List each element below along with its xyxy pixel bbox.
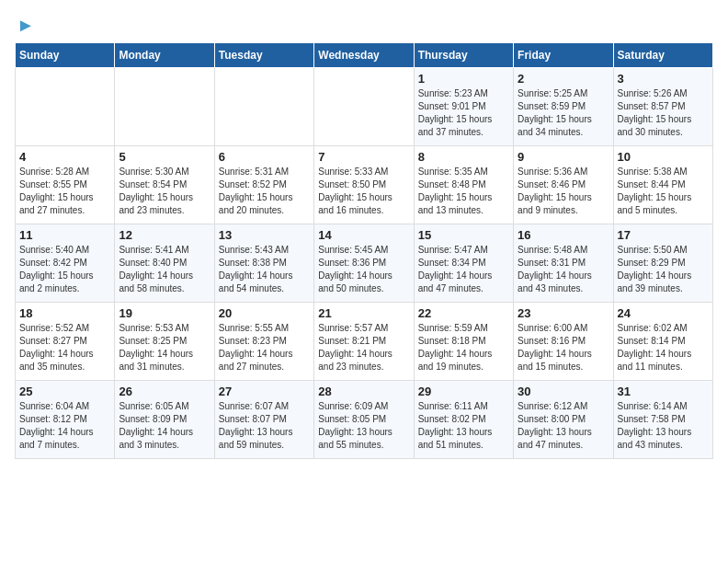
day-info: Sunrise: 6:07 AMSunset: 8:07 PMDaylight:…	[219, 400, 310, 452]
weekday-header-saturday: Saturday	[613, 43, 712, 68]
day-number: 29	[418, 385, 509, 398]
day-info: Sunrise: 6:02 AMSunset: 8:14 PMDaylight:…	[618, 322, 709, 373]
day-number: 14	[318, 228, 409, 242]
day-number: 20	[219, 306, 310, 320]
calendar-cell: 24Sunrise: 6:02 AMSunset: 8:14 PMDayligh…	[613, 303, 712, 381]
calendar-cell: 9Sunrise: 5:36 AMSunset: 8:46 PMDaylight…	[514, 146, 613, 224]
calendar-cell: 11Sunrise: 5:40 AMSunset: 8:42 PMDayligh…	[16, 224, 115, 303]
day-number: 25	[19, 385, 110, 398]
day-info: Sunrise: 5:36 AMSunset: 8:46 PMDaylight:…	[518, 166, 609, 217]
calendar-cell: 30Sunrise: 6:12 AMSunset: 8:00 PMDayligh…	[514, 381, 613, 459]
calendar-cell: 27Sunrise: 6:07 AMSunset: 8:07 PMDayligh…	[214, 381, 313, 459]
calendar-cell: 26Sunrise: 6:05 AMSunset: 8:09 PMDayligh…	[115, 381, 214, 459]
calendar-cell: 31Sunrise: 6:14 AMSunset: 7:58 PMDayligh…	[613, 381, 712, 459]
day-number: 23	[518, 306, 609, 320]
day-number: 13	[219, 228, 310, 242]
day-info: Sunrise: 5:25 AMSunset: 8:59 PMDaylight:…	[518, 87, 609, 139]
day-number: 21	[318, 306, 409, 320]
weekday-header-friday: Friday	[514, 43, 613, 68]
day-number: 16	[518, 228, 609, 242]
calendar-cell: 18Sunrise: 5:52 AMSunset: 8:27 PMDayligh…	[16, 303, 115, 381]
day-number: 28	[318, 385, 409, 398]
weekday-header-row: SundayMondayTuesdayWednesdayThursdayFrid…	[16, 43, 713, 68]
day-info: Sunrise: 6:05 AMSunset: 8:09 PMDaylight:…	[119, 400, 210, 452]
calendar-cell	[214, 68, 313, 146]
calendar-cell: 23Sunrise: 6:00 AMSunset: 8:16 PMDayligh…	[514, 303, 613, 381]
calendar-cell: 12Sunrise: 5:41 AMSunset: 8:40 PMDayligh…	[115, 224, 214, 303]
calendar-cell	[115, 68, 214, 146]
day-info: Sunrise: 6:11 AMSunset: 8:02 PMDaylight:…	[418, 400, 509, 452]
day-info: Sunrise: 6:14 AMSunset: 7:58 PMDaylight:…	[618, 400, 709, 452]
weekday-header-wednesday: Wednesday	[314, 43, 414, 68]
calendar-cell	[314, 68, 414, 146]
day-info: Sunrise: 5:43 AMSunset: 8:38 PMDaylight:…	[219, 244, 310, 295]
day-number: 30	[518, 385, 609, 398]
calendar-cell: 16Sunrise: 5:48 AMSunset: 8:31 PMDayligh…	[514, 224, 613, 303]
day-number: 26	[119, 385, 210, 398]
calendar-week-row: 11Sunrise: 5:40 AMSunset: 8:42 PMDayligh…	[16, 224, 713, 303]
day-info: Sunrise: 5:53 AMSunset: 8:25 PMDaylight:…	[119, 322, 210, 373]
day-number: 15	[418, 228, 509, 242]
calendar-cell: 28Sunrise: 6:09 AMSunset: 8:05 PMDayligh…	[314, 381, 414, 459]
calendar-cell: 14Sunrise: 5:45 AMSunset: 8:36 PMDayligh…	[314, 224, 414, 303]
day-info: Sunrise: 5:59 AMSunset: 8:18 PMDaylight:…	[418, 322, 509, 373]
day-number: 6	[219, 150, 310, 164]
day-info: Sunrise: 5:30 AMSunset: 8:54 PMDaylight:…	[119, 166, 210, 217]
day-number: 1	[418, 72, 509, 86]
calendar-cell: 2Sunrise: 5:25 AMSunset: 8:59 PMDaylight…	[514, 68, 613, 146]
day-number: 7	[318, 150, 409, 164]
calendar-cell: 25Sunrise: 6:04 AMSunset: 8:12 PMDayligh…	[16, 381, 115, 459]
day-info: Sunrise: 6:04 AMSunset: 8:12 PMDaylight:…	[19, 400, 110, 452]
day-info: Sunrise: 5:28 AMSunset: 8:55 PMDaylight:…	[19, 166, 110, 217]
day-info: Sunrise: 5:26 AMSunset: 8:57 PMDaylight:…	[618, 87, 709, 139]
calendar-cell: 4Sunrise: 5:28 AMSunset: 8:55 PMDaylight…	[16, 146, 115, 224]
page-header: ►	[15, 15, 713, 35]
day-number: 17	[618, 228, 709, 242]
calendar-cell: 21Sunrise: 5:57 AMSunset: 8:21 PMDayligh…	[314, 303, 414, 381]
day-info: Sunrise: 5:35 AMSunset: 8:48 PMDaylight:…	[418, 166, 509, 217]
calendar-cell: 13Sunrise: 5:43 AMSunset: 8:38 PMDayligh…	[214, 224, 313, 303]
day-number: 2	[518, 72, 609, 86]
calendar-cell: 22Sunrise: 5:59 AMSunset: 8:18 PMDayligh…	[414, 303, 513, 381]
calendar-cell	[16, 68, 115, 146]
day-info: Sunrise: 5:52 AMSunset: 8:27 PMDaylight:…	[19, 322, 110, 373]
day-number: 24	[618, 306, 709, 320]
calendar-cell: 7Sunrise: 5:33 AMSunset: 8:50 PMDaylight…	[314, 146, 414, 224]
day-number: 31	[618, 385, 709, 398]
calendar-cell: 1Sunrise: 5:23 AMSunset: 9:01 PMDaylight…	[414, 68, 513, 146]
day-info: Sunrise: 5:50 AMSunset: 8:29 PMDaylight:…	[618, 244, 709, 295]
day-number: 27	[219, 385, 310, 398]
calendar-cell: 20Sunrise: 5:55 AMSunset: 8:23 PMDayligh…	[214, 303, 313, 381]
day-number: 19	[119, 306, 210, 320]
calendar-cell: 3Sunrise: 5:26 AMSunset: 8:57 PMDaylight…	[613, 68, 712, 146]
day-info: Sunrise: 5:33 AMSunset: 8:50 PMDaylight:…	[318, 166, 409, 217]
day-number: 18	[19, 306, 110, 320]
day-number: 5	[119, 150, 210, 164]
day-info: Sunrise: 5:31 AMSunset: 8:52 PMDaylight:…	[219, 166, 310, 217]
day-info: Sunrise: 5:57 AMSunset: 8:21 PMDaylight:…	[318, 322, 409, 373]
day-number: 22	[418, 306, 509, 320]
day-info: Sunrise: 5:47 AMSunset: 8:34 PMDaylight:…	[418, 244, 509, 295]
day-info: Sunrise: 5:41 AMSunset: 8:40 PMDaylight:…	[119, 244, 210, 295]
day-info: Sunrise: 6:12 AMSunset: 8:00 PMDaylight:…	[518, 400, 609, 452]
day-number: 8	[418, 150, 509, 164]
day-info: Sunrise: 6:00 AMSunset: 8:16 PMDaylight:…	[518, 322, 609, 373]
day-info: Sunrise: 5:38 AMSunset: 8:44 PMDaylight:…	[618, 166, 709, 217]
logo: ►	[15, 15, 35, 35]
calendar-cell: 8Sunrise: 5:35 AMSunset: 8:48 PMDaylight…	[414, 146, 513, 224]
weekday-header-tuesday: Tuesday	[214, 43, 313, 68]
calendar-cell: 5Sunrise: 5:30 AMSunset: 8:54 PMDaylight…	[115, 146, 214, 224]
day-number: 4	[19, 150, 110, 164]
calendar-week-row: 25Sunrise: 6:04 AMSunset: 8:12 PMDayligh…	[16, 381, 713, 459]
day-number: 3	[618, 72, 709, 86]
calendar-table: SundayMondayTuesdayWednesdayThursdayFrid…	[15, 42, 713, 459]
calendar-cell: 6Sunrise: 5:31 AMSunset: 8:52 PMDaylight…	[214, 146, 313, 224]
calendar-cell: 15Sunrise: 5:47 AMSunset: 8:34 PMDayligh…	[414, 224, 513, 303]
day-info: Sunrise: 5:45 AMSunset: 8:36 PMDaylight:…	[318, 244, 409, 295]
calendar-week-row: 18Sunrise: 5:52 AMSunset: 8:27 PMDayligh…	[16, 303, 713, 381]
calendar-week-row: 1Sunrise: 5:23 AMSunset: 9:01 PMDaylight…	[16, 68, 713, 146]
weekday-header-thursday: Thursday	[414, 43, 513, 68]
calendar-cell: 10Sunrise: 5:38 AMSunset: 8:44 PMDayligh…	[613, 146, 712, 224]
calendar-week-row: 4Sunrise: 5:28 AMSunset: 8:55 PMDaylight…	[16, 146, 713, 224]
weekday-header-monday: Monday	[115, 43, 214, 68]
